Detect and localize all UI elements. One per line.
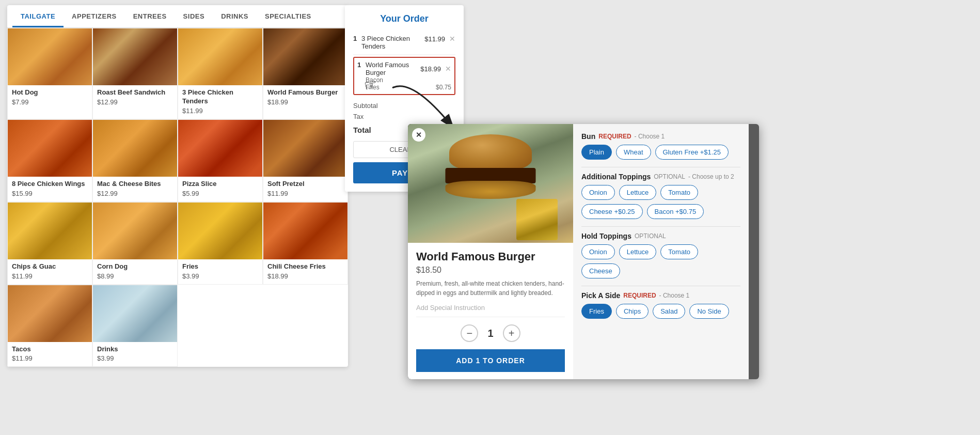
tab-entrees[interactable]: ENTREES [125, 5, 175, 27]
menu-item-img-10 [178, 203, 262, 259]
menu-item-price-7: $11.99 [267, 190, 343, 197]
order-item-1-close[interactable]: ✕ [449, 35, 455, 43]
burger-bun-bottom [446, 181, 536, 199]
side-option-2[interactable]: Salad [653, 304, 685, 319]
bun-option-2[interactable]: Gluten Free +$1.25 [655, 145, 729, 160]
menu-item-4[interactable]: 8 Piece Chicken Wings $15.99 [7, 119, 92, 202]
order-item-2: 1 World Famous Burger $18.99 ✕ Bacon Fri… [353, 57, 455, 95]
menu-item-5[interactable]: Mac & Cheese Bites $12.99 [92, 119, 178, 202]
modal-body: World Famous Burger $18.50 Premium, fres… [408, 124, 759, 379]
menu-item-img-8 [8, 203, 92, 259]
menu-item-price-4: $15.99 [12, 190, 88, 197]
menu-item-info-1: Roast Beef Sandwich $12.99 [93, 85, 177, 110]
bun-choose-label: - Choose 1 [635, 133, 665, 140]
menu-item-11[interactable]: Chili Cheese Fries $18.99 [263, 202, 348, 285]
menu-item-price-9: $8.99 [97, 272, 173, 280]
add-topping-option-1[interactable]: Lettuce [619, 185, 657, 200]
qty-value: 1 [487, 328, 493, 339]
add-to-order-button[interactable]: ADD 1 TO ORDER [416, 349, 565, 372]
tab-drinks[interactable]: DRINKS [213, 5, 257, 27]
order-item-2-close[interactable]: ✕ [445, 65, 451, 73]
hold-topping-option-3[interactable]: Cheese [581, 263, 620, 278]
bun-required-label: REQUIRED [598, 133, 631, 140]
menu-item-info-13: Drinks $3.99 [93, 342, 177, 367]
side-section: Pick A Side REQUIRED - Choose 1 FriesChi… [581, 291, 740, 319]
tab-sides[interactable]: SIDES [175, 5, 213, 27]
menu-item-9[interactable]: Corn Dog $8.99 [92, 202, 178, 285]
menu-item-info-7: Soft Pretzel $11.99 [263, 177, 347, 201]
menu-item-0[interactable]: Hot Dog $7.99 [7, 28, 92, 119]
hold-topping-option-1[interactable]: Lettuce [619, 244, 657, 259]
hold-topping-option-0[interactable]: Onion [581, 244, 615, 259]
side-option-1[interactable]: Chips [616, 304, 649, 319]
menu-item-info-3: World Famous Burger $18.99 [263, 85, 347, 110]
options-panel: Bun REQUIRED - Choose 1 PlainWheatGluten… [573, 124, 749, 379]
quantity-row: − 1 + [416, 324, 565, 347]
menu-item-img-4 [8, 120, 92, 177]
product-modal: ✕ World Famous Burger $18.50 Premium, fr… [408, 124, 759, 379]
side-options: FriesChipsSaladNo Side [581, 304, 740, 319]
add-topping-option-4[interactable]: Bacon +$0.75 [647, 204, 704, 219]
menu-item-3[interactable]: World Famous Burger $18.99 [263, 28, 348, 119]
menu-item-price-0: $7.99 [12, 98, 88, 106]
menu-item-name-7: Soft Pretzel [267, 180, 343, 189]
bun-option-1[interactable]: Wheat [616, 145, 651, 160]
special-instruction-field[interactable]: Add Special Instruction [416, 304, 565, 317]
order-item-2-qty: 1 [357, 61, 363, 69]
order-modifier-fries: Fries $0.75 [357, 84, 451, 91]
modal-close-button[interactable]: ✕ [412, 128, 425, 142]
order-subtotal-row: Subtotal [353, 100, 455, 111]
divider-1 [581, 167, 740, 167]
menu-item-info-5: Mac & Cheese Bites $12.99 [93, 177, 177, 201]
menu-item-info-11: Chili Cheese Fries $18.99 [263, 259, 347, 284]
qty-decrease-button[interactable]: − [461, 324, 478, 342]
order-item-1-name: 3 Piece Chicken Tenders [361, 35, 424, 50]
hold-toppings-options: OnionLettuceTomatoCheese [581, 244, 740, 278]
bun-label: Bun [581, 132, 595, 141]
add-topping-option-3[interactable]: Cheese +$0.25 [581, 204, 643, 219]
menu-item-price-8: $11.99 [12, 272, 88, 280]
menu-item-12[interactable]: Tacos $11.99 [7, 285, 92, 367]
side-option-0[interactable]: Fries [581, 304, 612, 319]
order-item-1: 1 3 Piece Chicken Tenders $11.99 ✕ [353, 30, 455, 55]
additional-toppings-label: Additional Toppings [581, 173, 651, 181]
menu-item-name-4: 8 Piece Chicken Wings [12, 180, 88, 189]
menu-item-2[interactable]: 3 Piece Chicken Tenders $11.99 [178, 28, 263, 119]
menu-item-13[interactable]: Drinks $3.99 [92, 285, 178, 367]
side-label: Pick A Side [581, 291, 620, 300]
modal-product-name: World Famous Burger [416, 250, 565, 263]
order-title: Your Order [353, 13, 455, 24]
menu-item-img-7 [263, 120, 347, 177]
additional-toppings-options: OnionLettuceTomatoCheese +$0.25Bacon +$0… [581, 185, 740, 219]
add-topping-option-2[interactable]: Tomato [660, 185, 698, 200]
hold-topping-option-2[interactable]: Tomato [660, 244, 698, 259]
menu-item-img-1 [93, 28, 177, 85]
menu-item-img-6 [178, 120, 262, 177]
menu-tabs: TAILGATE APPETIZERS ENTREES SIDES DRINKS… [7, 5, 348, 28]
menu-item-10[interactable]: Fries $3.99 [178, 202, 263, 285]
menu-item-info-9: Corn Dog $8.99 [93, 259, 177, 284]
hold-toppings-title: Hold Toppings OPTIONAL [581, 232, 740, 240]
menu-item-7[interactable]: Soft Pretzel $11.99 [263, 119, 348, 202]
menu-item-info-6: Pizza Slice $5.99 [178, 177, 262, 201]
menu-item-1[interactable]: Roast Beef Sandwich $12.99 [92, 28, 178, 119]
bun-option-0[interactable]: Plain [581, 145, 612, 160]
divider-2 [581, 226, 740, 227]
menu-item-price-5: $12.99 [97, 190, 173, 197]
menu-item-img-9 [93, 203, 177, 259]
menu-item-price-1: $12.99 [97, 98, 173, 106]
menu-item-name-10: Fries [182, 262, 258, 271]
side-option-3[interactable]: No Side [689, 304, 729, 319]
qty-increase-button[interactable]: + [503, 324, 520, 342]
order-item-2-price: $18.99 [420, 65, 441, 73]
side-section-title: Pick A Side REQUIRED - Choose 1 [581, 291, 740, 300]
menu-item-name-3: World Famous Burger [267, 88, 343, 97]
menu-item-8[interactable]: Chips & Guac $11.99 [7, 202, 92, 285]
tab-appetizers[interactable]: APPETIZERS [64, 5, 125, 27]
add-topping-option-0[interactable]: Onion [581, 185, 615, 200]
add-toppings-choose-label: - Choose up to 2 [688, 173, 734, 180]
tab-specialties[interactable]: SPECIALTIES [257, 5, 320, 27]
tab-tailgate[interactable]: TAILGATE [12, 5, 64, 27]
menu-item-6[interactable]: Pizza Slice $5.99 [178, 119, 263, 202]
menu-item-img-0 [8, 28, 92, 85]
